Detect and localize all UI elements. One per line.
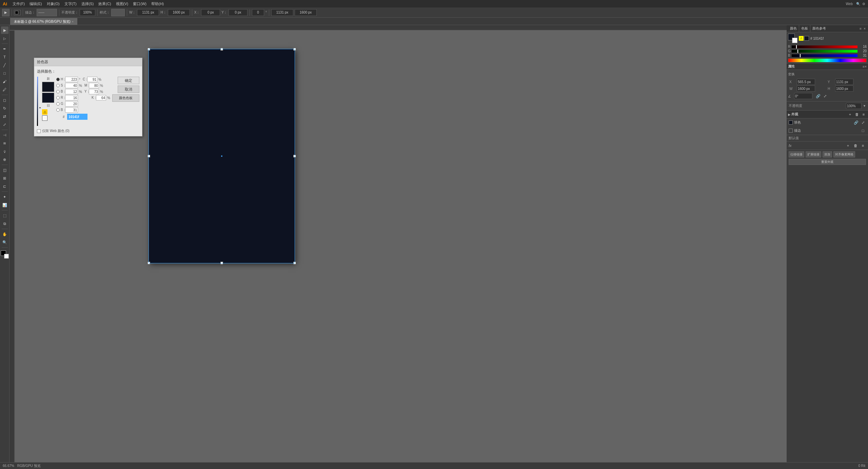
panel-tab-swatches[interactable]: 色板 [799, 25, 810, 32]
c-value-input[interactable] [87, 77, 97, 82]
handle-top-left[interactable] [147, 48, 150, 51]
tool-warp[interactable]: ≋ [1, 139, 8, 147]
fx-add-icon[interactable]: + [845, 143, 851, 149]
tool-blend[interactable]: ⊏ [1, 183, 8, 190]
fill-label-panel[interactable]: 填色 [794, 120, 801, 125]
angle-input[interactable] [252, 9, 264, 16]
g-slider-thumb[interactable] [797, 49, 798, 53]
tool-select[interactable]: ▶ [1, 26, 8, 34]
m-value-input[interactable] [89, 83, 99, 88]
w-prop-input[interactable] [797, 86, 815, 92]
menu-select[interactable]: 选择(S) [79, 1, 96, 7]
appearance-add-icon[interactable]: + [847, 111, 853, 117]
handle-bot-left[interactable] [147, 262, 150, 264]
fill-stroke-indicator[interactable] [1, 250, 9, 259]
tool-shapebuild[interactable]: ⧬ [1, 148, 8, 155]
stroke-swatch-panel[interactable] [789, 129, 793, 133]
handle-mid-left[interactable] [147, 155, 150, 157]
fill-stroke-swatch[interactable] [788, 34, 797, 43]
color-spectrum-bar[interactable] [788, 58, 867, 62]
cancel-button[interactable]: 取消 [118, 86, 139, 93]
tool-select-btn[interactable]: ▶ [2, 9, 9, 16]
fill-swatch-panel[interactable] [789, 120, 793, 125]
width-input[interactable] [137, 9, 159, 16]
k-value-input[interactable] [96, 95, 106, 100]
menu-effect[interactable]: 效果(C) [96, 1, 113, 7]
stroke-options[interactable]: —— [37, 9, 57, 16]
stroke-swatch-icon[interactable]: □ [860, 128, 866, 134]
menu-text[interactable]: 文字(T) [62, 1, 79, 7]
handle-bot-center[interactable] [220, 262, 223, 264]
r-slider-track[interactable] [792, 45, 857, 48]
opacity-prop-input[interactable] [846, 103, 862, 109]
h-prop-input[interactable] [835, 86, 853, 92]
fill-link-icon[interactable]: 🔗 [853, 119, 859, 126]
tool-zoom[interactable]: 🔍 [1, 239, 8, 246]
tw-input[interactable] [271, 9, 293, 16]
tool-eraser[interactable]: ◻ [1, 96, 8, 104]
y-prop-input[interactable] [835, 79, 853, 85]
tool-scale[interactable]: ⤢ [1, 121, 8, 128]
tool-type[interactable]: T [1, 53, 8, 61]
web-color-checkbox[interactable] [37, 129, 41, 133]
b-slider-track[interactable] [792, 54, 857, 57]
g-radio[interactable] [56, 102, 60, 106]
handle-top-center[interactable] [220, 48, 223, 51]
align-btn[interactable]: 对齐像素网格 [833, 151, 855, 157]
x-input[interactable] [201, 9, 220, 16]
reset-appearance-btn[interactable]: 重置外观 [789, 159, 866, 165]
tool-livedraw[interactable]: ⊕ [1, 156, 8, 163]
handle-mid-right[interactable] [293, 155, 296, 157]
gamut-color-icon[interactable]: □ [42, 115, 47, 121]
tool-rect[interactable]: □ [1, 70, 8, 77]
document-tab[interactable]: 未标题-1 @ 66.67% (RGB/GPU 预览) × [10, 18, 77, 25]
tool-hand[interactable]: ✋ [1, 230, 8, 238]
x-prop-input[interactable] [797, 79, 815, 85]
menu-view[interactable]: 视图(V) [114, 1, 131, 7]
gamut-warning[interactable]: ⚠ [799, 36, 804, 41]
menu-object[interactable]: 对象(O) [45, 1, 62, 7]
tool-symbol[interactable]: ✦ [1, 193, 8, 201]
properties-panel-close[interactable]: × [865, 65, 867, 69]
opacity-input[interactable] [80, 9, 95, 16]
tool-gradient[interactable]: ◫ [1, 166, 8, 174]
menu-window[interactable]: 窗口(W) [131, 1, 149, 7]
color-libraries-button[interactable]: 颜色色板 [112, 94, 139, 102]
color-panel-menu[interactable]: ≡ [859, 26, 863, 32]
tool-line[interactable]: ╱ [1, 61, 8, 69]
confirm-button[interactable]: 确定 [118, 77, 139, 84]
s-value-input[interactable] [65, 83, 78, 88]
expand-link-btn[interactable]: 扩展链接 [806, 151, 821, 157]
resize-icon[interactable]: ⤢ [822, 93, 828, 99]
gamut-warning-icon[interactable]: ⚠ [42, 109, 47, 115]
angle-prop-input[interactable] [794, 93, 812, 99]
opacity-dropdown[interactable]: ▼ [863, 104, 866, 108]
blue-radio[interactable] [56, 108, 60, 112]
fill-expand-icon[interactable]: ⤢ [860, 119, 866, 126]
tool-width[interactable]: ⊣ [1, 131, 8, 139]
link-icon[interactable]: 🔗 [815, 93, 821, 99]
stroke-label-panel[interactable]: 描边 [794, 128, 801, 133]
b-slider-thumb[interactable] [800, 54, 801, 58]
tool-direct-select[interactable]: ▷ [1, 35, 8, 42]
appearance-menu-icon[interactable]: ≡ [861, 111, 867, 117]
h-value-input[interactable] [65, 77, 78, 82]
color-panel-close[interactable]: × [863, 26, 867, 32]
tool-graph[interactable]: 📊 [1, 201, 8, 209]
color-picker-title[interactable]: 拾色器 [34, 58, 142, 66]
tool-slice[interactable]: ⧉ [1, 220, 8, 227]
h-radio[interactable] [56, 78, 60, 81]
appearance-collapse[interactable]: ▶ [788, 113, 791, 116]
r-radio[interactable] [56, 96, 60, 99]
r-value-input[interactable] [65, 95, 78, 100]
tool-artboard[interactable]: ⬚ [1, 212, 8, 219]
style-options[interactable] [111, 9, 125, 16]
menu-edit[interactable]: 编辑(E) [27, 1, 44, 7]
fx-del-icon[interactable]: 🗑 [852, 143, 859, 149]
menu-file[interactable]: 文件(F) [11, 1, 27, 7]
move-link-btn[interactable]: 位移链接 [789, 151, 804, 157]
tab-close-icon[interactable]: × [72, 20, 74, 23]
web-safe-swatch[interactable] [804, 36, 809, 41]
artboard[interactable] [149, 49, 295, 263]
panel-tab-color[interactable]: 颜色 [788, 25, 799, 32]
